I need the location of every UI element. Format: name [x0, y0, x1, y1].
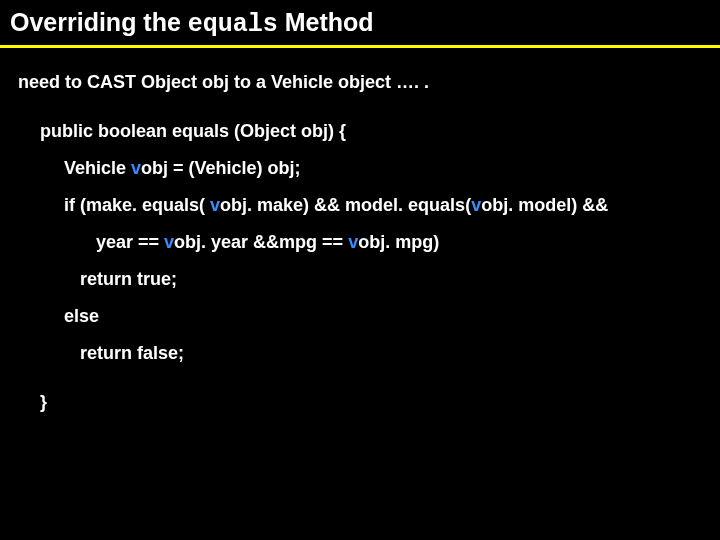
code-return-false: return false; — [40, 343, 710, 364]
title-part2: Method — [278, 8, 374, 36]
code-if: if (make. equals( vobj. make) && model. … — [40, 195, 710, 216]
title-part1: Overriding the — [10, 8, 188, 36]
code-signature: public boolean equals (Object obj) { — [40, 121, 710, 142]
code-year: year == vobj. year &&mpg == vobj. mpg) — [40, 232, 710, 253]
title-mono: equals — [188, 10, 278, 39]
content-area: need to CAST Object obj to a Vehicle obj… — [0, 48, 720, 413]
code-else: else — [40, 306, 710, 327]
code-return-true: return true; — [40, 269, 710, 290]
title-block: Overriding the equals Method — [0, 0, 720, 45]
slide: Overriding the equals Method need to CAS… — [0, 0, 720, 540]
code-close-brace: } — [40, 392, 710, 413]
slide-title: Overriding the equals Method — [10, 8, 710, 39]
code-block: public boolean equals (Object obj) { Veh… — [18, 121, 710, 413]
code-decl: Vehicle vobj = (Vehicle) obj; — [40, 158, 710, 179]
intro-text: need to CAST Object obj to a Vehicle obj… — [18, 72, 710, 93]
